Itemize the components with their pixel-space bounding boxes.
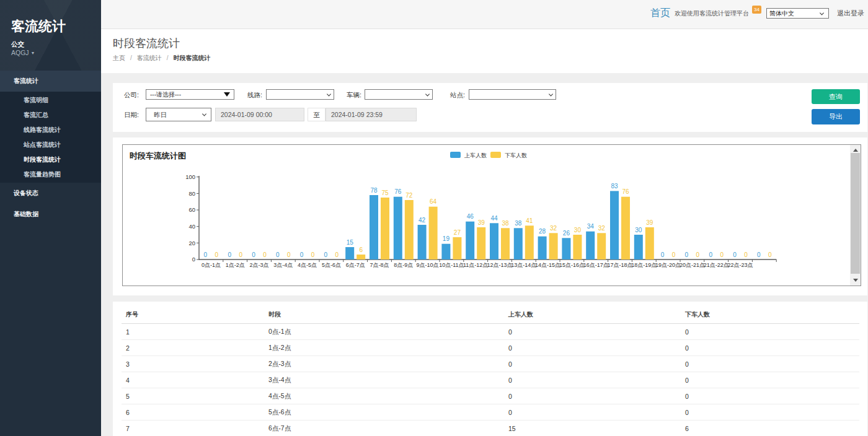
svg-text:5点-6点: 5点-6点 xyxy=(322,262,341,268)
svg-text:30: 30 xyxy=(635,227,642,233)
svg-text:38: 38 xyxy=(515,220,522,227)
svg-text:15: 15 xyxy=(347,239,354,246)
svg-text:14点-15点: 14点-15点 xyxy=(535,262,560,268)
svg-text:18点-19点: 18点-19点 xyxy=(631,262,657,268)
svg-text:0: 0 xyxy=(335,251,339,258)
svg-text:0: 0 xyxy=(324,251,328,258)
svg-text:0: 0 xyxy=(757,251,761,258)
svg-text:44: 44 xyxy=(490,215,498,222)
svg-text:0: 0 xyxy=(204,251,208,258)
svg-text:30: 30 xyxy=(574,227,582,233)
svg-text:下车人数: 下车人数 xyxy=(505,152,527,159)
svg-text:0: 0 xyxy=(263,251,267,258)
svg-text:16点-17点: 16点-17点 xyxy=(583,262,609,268)
svg-text:38: 38 xyxy=(502,220,509,227)
svg-text:75: 75 xyxy=(381,190,389,196)
svg-text:3点-4点: 3点-4点 xyxy=(273,262,293,268)
svg-text:41: 41 xyxy=(526,217,533,224)
svg-text:0: 0 xyxy=(300,251,304,258)
svg-text:80: 80 xyxy=(188,190,195,197)
svg-text:0: 0 xyxy=(709,251,712,258)
svg-text:0: 0 xyxy=(192,256,195,263)
svg-text:11点-12点: 11点-12点 xyxy=(463,262,488,268)
svg-text:27: 27 xyxy=(454,229,461,236)
svg-text:1点-2点: 1点-2点 xyxy=(226,262,245,268)
svg-text:32: 32 xyxy=(550,225,557,232)
svg-text:46: 46 xyxy=(467,213,474,220)
svg-text:76: 76 xyxy=(622,188,629,195)
svg-text:6: 6 xyxy=(359,246,363,253)
svg-text:0: 0 xyxy=(733,251,737,258)
svg-text:15点-16点: 15点-16点 xyxy=(559,262,585,268)
svg-text:20: 20 xyxy=(188,240,195,246)
svg-text:22点-23点: 22点-23点 xyxy=(727,262,753,268)
svg-text:0: 0 xyxy=(685,251,689,258)
svg-text:21点-22点: 21点-22点 xyxy=(704,262,729,268)
svg-text:39: 39 xyxy=(646,219,653,226)
svg-text:17点-18点: 17点-18点 xyxy=(607,262,632,268)
svg-text:28: 28 xyxy=(539,228,546,235)
svg-text:2点-3点: 2点-3点 xyxy=(249,262,268,268)
svg-text:0: 0 xyxy=(768,251,772,258)
svg-text:10点-11点: 10点-11点 xyxy=(439,262,464,268)
svg-text:0: 0 xyxy=(744,251,748,258)
svg-text:8点-9点: 8点-9点 xyxy=(394,262,413,268)
svg-text:40: 40 xyxy=(188,223,195,230)
svg-text:78: 78 xyxy=(370,187,378,194)
svg-text:64: 64 xyxy=(430,198,437,205)
svg-text:12点-13点: 12点-13点 xyxy=(487,262,512,268)
svg-text:13点-14点: 13点-14点 xyxy=(511,262,536,268)
svg-text:0: 0 xyxy=(276,251,280,258)
svg-text:9点-10点: 9点-10点 xyxy=(417,262,439,268)
svg-text:0: 0 xyxy=(311,251,315,258)
svg-text:0: 0 xyxy=(215,251,219,258)
svg-text:6点-7点: 6点-7点 xyxy=(346,262,365,268)
svg-text:0: 0 xyxy=(252,251,255,258)
svg-text:0: 0 xyxy=(228,251,231,258)
svg-text:0: 0 xyxy=(661,251,665,258)
svg-text:20点-21点: 20点-21点 xyxy=(680,262,705,268)
svg-text:76: 76 xyxy=(394,188,402,195)
svg-text:83: 83 xyxy=(611,183,618,190)
svg-text:0: 0 xyxy=(239,251,242,258)
svg-text:60: 60 xyxy=(188,206,195,213)
svg-text:42: 42 xyxy=(418,217,426,224)
svg-text:19点-20点: 19点-20点 xyxy=(655,262,681,268)
svg-text:0: 0 xyxy=(287,251,291,258)
svg-text:19: 19 xyxy=(443,235,450,242)
svg-text:0: 0 xyxy=(720,251,724,258)
svg-text:26: 26 xyxy=(563,230,570,237)
svg-text:0: 0 xyxy=(696,251,700,258)
svg-text:上车人数: 上车人数 xyxy=(464,152,487,159)
svg-text:100: 100 xyxy=(185,173,195,180)
svg-text:7点-8点: 7点-8点 xyxy=(370,262,389,268)
svg-text:32: 32 xyxy=(598,225,606,232)
svg-text:0点-1点: 0点-1点 xyxy=(202,262,221,268)
svg-text:4点-5点: 4点-5点 xyxy=(298,262,317,268)
svg-text:39: 39 xyxy=(478,219,485,226)
svg-text:0: 0 xyxy=(672,251,676,258)
svg-text:34: 34 xyxy=(587,223,595,230)
svg-text:72: 72 xyxy=(405,192,413,199)
